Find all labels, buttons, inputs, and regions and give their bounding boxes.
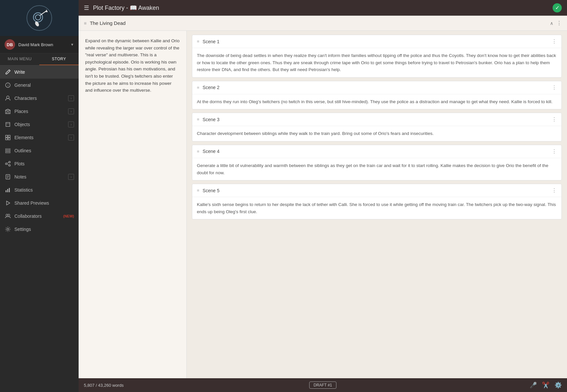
sidebar-item-label: Notes xyxy=(14,174,65,179)
svg-line-23 xyxy=(7,164,9,165)
svg-marker-4 xyxy=(45,9,48,12)
word-count: 5,807 / 43,260 words xyxy=(84,383,309,388)
svg-point-20 xyxy=(9,161,10,163)
tab-main-menu[interactable]: MAIN MENU xyxy=(0,53,39,65)
sidebar-item-label: Statistics xyxy=(14,187,74,193)
hamburger-icon[interactable]: ☰ xyxy=(84,4,89,11)
sidebar-item-label: Collaborators xyxy=(14,214,60,219)
topbar-title-text: Plot Factory - xyxy=(93,5,130,11)
sidebar-item-label: Plots xyxy=(14,161,74,166)
scene-header: ≡ Scene 4 ⋮ xyxy=(192,145,561,158)
sidebar-item-outlines[interactable]: Outlines xyxy=(0,144,79,157)
scene-body: The downside of being dead settles in wh… xyxy=(192,48,561,77)
story-name: Awaken xyxy=(138,5,159,11)
scene-more-icon[interactable]: ⋮ xyxy=(552,148,557,155)
scene-card: ≡ Scene 1 ⋮ The downside of being dead s… xyxy=(192,35,562,78)
scene-body: Character development between siblings w… xyxy=(192,126,561,141)
app-logo xyxy=(26,5,52,31)
svg-rect-29 xyxy=(7,189,8,192)
expand-icon[interactable]: › xyxy=(68,121,74,127)
objects-icon xyxy=(5,121,11,128)
user-menu[interactable]: DB David Mark Brown ▼ xyxy=(0,36,79,53)
svg-rect-14 xyxy=(6,138,8,140)
svg-rect-16 xyxy=(6,149,10,150)
sidebar-item-collaborators[interactable]: Collaborators (NEW) xyxy=(0,210,79,223)
sidebar-item-statistics[interactable]: Statistics xyxy=(0,183,79,196)
svg-point-8 xyxy=(7,96,9,99)
sidebar-item-label: Outlines xyxy=(14,148,74,153)
sidebar-item-write[interactable]: Write xyxy=(0,65,79,79)
scene-title: Scene 4 xyxy=(203,149,548,154)
svg-rect-12 xyxy=(6,135,8,137)
outlines-icon xyxy=(5,147,11,154)
sidebar-item-label: Places xyxy=(14,109,65,114)
scene-drag-icon: ≡ xyxy=(197,117,199,122)
scene-header: ≡ Scene 5 ⋮ xyxy=(192,184,561,197)
svg-rect-9 xyxy=(6,110,10,114)
main-content: ☰ Plot Factory - 📖 Awaken ✓ ≡ The Living… xyxy=(79,0,567,392)
svg-text:i: i xyxy=(8,84,9,87)
sidebar-item-objects[interactable]: Objects › xyxy=(0,118,79,131)
svg-rect-18 xyxy=(6,152,10,153)
sidebar-item-elements[interactable]: Elements › xyxy=(0,131,79,144)
scene-card: ≡ Scene 4 ⋮ Generate a little bit of vul… xyxy=(192,145,562,180)
expand-icon[interactable]: › xyxy=(68,135,74,140)
scene-drag-icon: ≡ xyxy=(197,149,199,154)
tab-story[interactable]: STORY xyxy=(39,53,79,65)
svg-point-2 xyxy=(35,15,41,20)
episode-header: ≡ The Living Dead ∧ ⋮ xyxy=(79,16,567,31)
scene-title: Scene 3 xyxy=(203,117,548,122)
app-title: Plot Factory - 📖 Awaken xyxy=(93,4,159,11)
scene-drag-icon: ≡ xyxy=(197,39,199,44)
svg-point-0 xyxy=(27,6,52,30)
characters-icon xyxy=(5,95,11,102)
svg-point-21 xyxy=(9,165,10,166)
episode-body: Expand on the dynamic between Kallie and… xyxy=(79,31,567,378)
collaborators-icon xyxy=(5,213,11,219)
status-check-icon: ✓ xyxy=(553,3,562,12)
expand-icon[interactable]: › xyxy=(68,95,74,101)
user-chevron-icon: ▼ xyxy=(70,43,74,47)
scene-header: ≡ Scene 1 ⋮ xyxy=(192,35,561,48)
scene-more-icon[interactable]: ⋮ xyxy=(552,116,557,122)
tools-icon[interactable]: ✂️ xyxy=(542,382,549,389)
scenes-panel: ≡ Scene 1 ⋮ The downside of being dead s… xyxy=(187,31,567,378)
scene-more-icon[interactable]: ⋮ xyxy=(552,84,557,91)
collapse-icon[interactable]: ∧ xyxy=(550,21,553,26)
sidebar-item-label: Write xyxy=(14,69,74,75)
settings-gear-icon[interactable]: ⚙️ xyxy=(555,382,562,389)
sidebar-item-general[interactable]: i General xyxy=(0,79,79,92)
svg-point-32 xyxy=(6,214,8,216)
scene-body: Generate a little bit of vulnerability a… xyxy=(192,158,561,180)
scene-more-icon[interactable]: ⋮ xyxy=(552,38,557,45)
svg-point-34 xyxy=(7,228,9,230)
write-icon xyxy=(5,69,11,75)
scene-header: ≡ Scene 3 ⋮ xyxy=(192,113,561,126)
microphone-icon[interactable]: 🎤 xyxy=(530,382,537,389)
sidebar-item-characters[interactable]: Characters › xyxy=(0,92,79,105)
scene-title: Scene 2 xyxy=(203,85,548,90)
sidebar-item-settings[interactable]: Settings xyxy=(0,223,79,236)
avatar: DB xyxy=(5,39,15,50)
sidebar-item-places[interactable]: Places › xyxy=(0,105,79,118)
expand-icon[interactable]: › xyxy=(68,108,74,114)
logo-area xyxy=(0,0,79,36)
scene-card: ≡ Scene 5 ⋮ Kallie's sixth sense begins … xyxy=(192,184,562,219)
user-name: David Mark Brown xyxy=(18,42,67,47)
scene-more-icon[interactable]: ⋮ xyxy=(552,187,557,194)
sidebar-item-label: Characters xyxy=(14,96,65,101)
svg-point-19 xyxy=(6,163,7,165)
sidebar-item-notes[interactable]: Notes › xyxy=(0,170,79,183)
more-options-icon[interactable]: ⋮ xyxy=(557,20,562,26)
svg-marker-31 xyxy=(7,201,10,205)
elements-icon xyxy=(5,134,11,141)
draft-badge[interactable]: DRAFT #1 xyxy=(309,382,336,389)
sidebar-item-shared-previews[interactable]: Shared Previews xyxy=(0,196,79,210)
sidebar-item-plots[interactable]: Plots xyxy=(0,157,79,170)
sidebar: DB David Mark Brown ▼ MAIN MENU STORY Wr… xyxy=(0,0,79,392)
svg-rect-28 xyxy=(6,190,7,192)
statistics-icon xyxy=(5,187,11,193)
bottom-icons: 🎤 ✂️ ⚙️ xyxy=(336,382,562,389)
expand-icon[interactable]: › xyxy=(68,174,74,180)
drag-icon: ≡ xyxy=(84,21,86,26)
